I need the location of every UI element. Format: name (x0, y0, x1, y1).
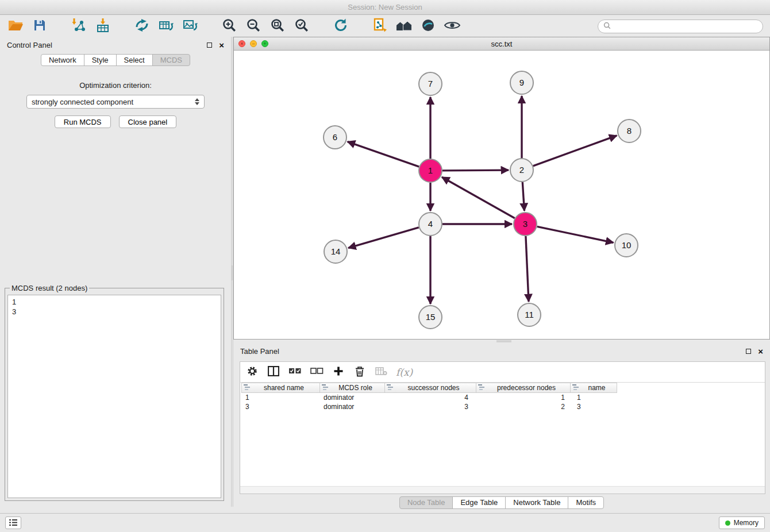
splitter-grip[interactable] (232, 265, 233, 280)
import-table-button[interactable] (94, 18, 111, 35)
table-row[interactable]: 1 dominator 4 1 1 (241, 393, 765, 402)
graph-edge-1-2[interactable] (442, 170, 509, 171)
table-panel-title: Table Panel (240, 347, 279, 356)
columns-icon (268, 366, 279, 378)
refresh-layout-button[interactable] (332, 18, 349, 35)
splitter-grip[interactable] (496, 340, 511, 342)
zoom-out-icon (246, 18, 261, 34)
zoom-fit-button[interactable] (269, 18, 286, 35)
clone-network-button[interactable] (371, 18, 388, 35)
cell-predecessor-nodes[interactable]: 1 (478, 393, 572, 402)
image-export-icon (183, 18, 198, 34)
show-hide-graphics-button[interactable] (444, 18, 461, 35)
cell-shared-name[interactable]: 1 (241, 393, 320, 402)
float-panel-button[interactable] (207, 43, 212, 48)
show-panels-button[interactable] (5, 516, 21, 529)
memory-button[interactable]: Memory (719, 516, 765, 529)
mcds-result-box: MCDS result (2 nodes) 1 3 (5, 284, 224, 501)
toolbar-search[interactable] (598, 20, 763, 33)
import-table-icon (95, 18, 110, 34)
table-container: f(x) shared name MCDS role successor nod… (240, 361, 765, 494)
column-tree-icon (478, 384, 484, 392)
show-columns-button[interactable] (267, 365, 280, 379)
minimize-window-icon[interactable]: − (250, 40, 257, 47)
fx-icon: f(x) (396, 367, 413, 378)
table-body: 1 dominator 4 1 1 3 dominator 3 2 3 (240, 393, 765, 411)
dropdown-stepper-icon (195, 98, 199, 105)
tab-node-table[interactable]: Node Table (399, 496, 453, 509)
column-header-mcds-role[interactable]: MCDS role (319, 383, 385, 393)
tab-network[interactable]: Network (41, 54, 84, 66)
status-bar: Memory (0, 513, 770, 532)
select-all-columns-button[interactable] (288, 365, 302, 379)
graph-edge-3-1[interactable] (442, 177, 515, 218)
graph-edge-3-11[interactable] (526, 236, 529, 302)
new-network-button[interactable] (133, 18, 151, 35)
open-file-button[interactable] (7, 18, 24, 35)
graph-edge-4-14[interactable] (348, 228, 419, 248)
mcds-result-list[interactable]: 1 3 (7, 295, 221, 498)
zoom-out-button[interactable] (245, 18, 262, 35)
graph-node-label: 14 (331, 246, 341, 256)
unchecked-boxes-icon (310, 367, 324, 377)
save-session-button[interactable] (31, 18, 48, 35)
export-image-button[interactable] (182, 18, 199, 35)
tab-select[interactable]: Select (116, 54, 153, 66)
tab-edge-table[interactable]: Edge Table (452, 496, 506, 509)
mcds-result-line: 3 (12, 307, 217, 317)
column-tree-icon (572, 384, 579, 392)
column-header-shared-name[interactable]: shared name (241, 383, 320, 393)
apply-style-button[interactable] (419, 18, 437, 35)
cell-mcds-role[interactable]: dominator (320, 393, 386, 402)
network-window-title: scc.txt (491, 40, 513, 48)
cell-successor-nodes[interactable]: 3 (386, 402, 478, 411)
close-window-icon[interactable]: × (238, 40, 245, 47)
mcds-result-title: MCDS result (2 nodes) (10, 284, 89, 292)
column-header-name[interactable]: name (570, 383, 617, 393)
close-panel-icon-button[interactable]: × (219, 41, 224, 49)
control-panel-tabs: Network Style Select MCDS (0, 54, 231, 66)
import-network-button[interactable] (70, 18, 87, 35)
graph-edge-2-3[interactable] (522, 182, 524, 211)
table-settings-button[interactable] (246, 365, 259, 379)
network-window: × − + scc.txt 7968124314101511 (233, 37, 770, 340)
graph-node-label: 2 (519, 165, 524, 175)
memory-status-icon (725, 521, 730, 526)
deselect-all-columns-button[interactable] (310, 365, 324, 379)
network-graph[interactable]: 7968124314101511 (234, 51, 769, 340)
table-header-row: shared name MCDS role successor nodes pr… (241, 383, 765, 393)
cell-name[interactable]: 3 (572, 402, 619, 411)
tab-motifs[interactable]: Motifs (568, 496, 604, 509)
graph-edge-1-6[interactable] (348, 142, 419, 167)
swap-arrows-icon (134, 18, 149, 34)
export-table-button[interactable] (157, 18, 175, 35)
cell-mcds-role[interactable]: dominator (320, 402, 386, 411)
home-layout-button[interactable] (395, 18, 413, 35)
zoom-in-button[interactable] (221, 18, 238, 35)
column-header-successor-nodes[interactable]: successor nodes (384, 383, 476, 393)
tab-style[interactable]: Style (84, 54, 117, 66)
cell-shared-name[interactable]: 3 (241, 402, 320, 411)
zoom-window-icon[interactable]: + (261, 40, 268, 47)
tab-network-table[interactable]: Network Table (505, 496, 568, 509)
column-header-predecessor-nodes[interactable]: predecessor nodes (476, 383, 571, 393)
cell-predecessor-nodes[interactable]: 2 (478, 402, 572, 411)
horizontal-scrollbar[interactable] (240, 486, 765, 494)
graph-edge-2-8[interactable] (533, 136, 617, 166)
add-column-button[interactable] (332, 365, 345, 379)
cell-name[interactable]: 1 (572, 393, 619, 402)
close-panel-button[interactable]: Close panel (119, 115, 177, 128)
delete-column-button[interactable] (353, 365, 366, 379)
float-table-panel-button[interactable] (746, 349, 751, 354)
search-input[interactable] (614, 22, 757, 30)
tab-mcds[interactable]: MCDS (152, 54, 190, 66)
cell-successor-nodes[interactable]: 4 (386, 393, 478, 402)
graph-edge-3-10[interactable] (537, 226, 614, 242)
network-canvas[interactable]: 7968124314101511 (234, 51, 769, 339)
zoom-selected-button[interactable] (293, 18, 310, 35)
criterion-dropdown[interactable]: strongly connected component (26, 95, 205, 109)
run-mcds-button[interactable]: Run MCDS (55, 115, 111, 128)
table-row[interactable]: 3 dominator 3 2 3 (241, 402, 765, 411)
close-table-panel-button[interactable]: × (758, 347, 763, 356)
zoom-in-icon (222, 18, 237, 34)
